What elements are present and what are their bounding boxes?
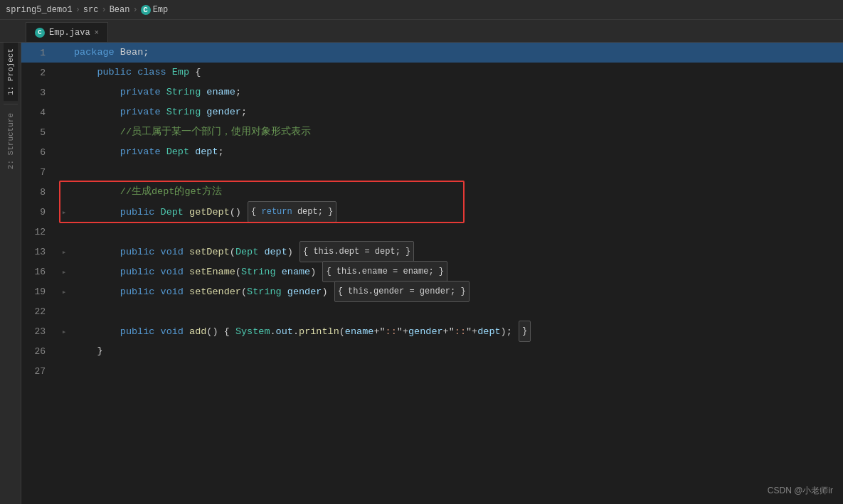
code-line: 2 public class Emp { — [21, 63, 843, 82]
code-content: private String ename; — [71, 82, 843, 102]
line-number: 22 — [21, 306, 57, 317]
code-content: private Dept dept; — [71, 142, 843, 162]
code-line: 6 private Dept dept; — [21, 142, 843, 162]
line-number: 12 — [21, 227, 57, 237]
fold-indicator[interactable]: ▸ — [57, 247, 71, 257]
breadcrumb-bean: Bean — [110, 5, 130, 15]
fold-indicator[interactable]: ▸ — [57, 327, 71, 336]
code-line: 16▸ public void setEname(String ename) {… — [21, 262, 843, 282]
code-line: 27 — [21, 361, 843, 381]
sep3: › — [132, 5, 137, 15]
code-content: //员工属于某一个部门，使用对象形式表示 — [71, 122, 843, 142]
code-content: package Bean; — [71, 43, 843, 63]
code-content: //生成dept的get方法 — [71, 182, 843, 202]
line-number: 27 — [21, 366, 57, 377]
line-number: 7 — [21, 167, 57, 178]
breadcrumb-project: spring5_demo1 — [6, 5, 73, 15]
breadcrumb-src: src — [83, 5, 99, 15]
watermark: CSDN @小老师ir — [768, 485, 833, 497]
left-sidebar: 1: Project 2: Structure — [0, 43, 21, 504]
code-content: public void setEname(String ename) { thi… — [71, 261, 843, 282]
line-number: 19 — [21, 286, 57, 297]
code-line: 22 — [21, 301, 843, 321]
code-area: 1package Bean;2 public class Emp {3 priv… — [21, 43, 843, 504]
code-line: 1package Bean; — [21, 43, 843, 63]
line-number: 1 — [21, 48, 57, 58]
code-line: 8 //生成dept的get方法 — [21, 182, 843, 202]
code-line: 12 — [21, 222, 843, 242]
code-content: public void setGender(String gender) { t… — [71, 281, 843, 302]
code-line: 26 } — [21, 341, 843, 361]
line-number: 2 — [21, 68, 57, 78]
code-line: 19▸ public void setGender(String gender)… — [21, 282, 843, 301]
code-content: public void setDept(Dept dept) { this.de… — [71, 241, 843, 262]
line-number: 8 — [21, 187, 57, 198]
tab-icon: C — [35, 28, 45, 38]
breadcrumb-file-icon: C — [141, 5, 151, 15]
line-number: 3 — [21, 87, 57, 98]
tab-empjava[interactable]: C Emp.java × — [26, 22, 108, 42]
sep2: › — [101, 5, 106, 15]
code-content: public void add() { System.out.println(e… — [71, 321, 843, 342]
code-line: 5 //员工属于某一个部门，使用对象形式表示 — [21, 122, 843, 142]
line-number: 5 — [21, 127, 57, 138]
code-content: } — [71, 341, 843, 361]
code-content: public Dept getDept() { return dept; } — [71, 201, 843, 222]
line-number: 4 — [21, 107, 57, 118]
line-number: 23 — [21, 326, 57, 337]
fold-indicator[interactable]: ▸ — [57, 267, 71, 277]
code-editor[interactable]: 1package Bean;2 public class Emp {3 priv… — [21, 43, 843, 504]
breadcrumb-file: Emp — [153, 5, 169, 15]
sidebar-tab-structure[interactable]: 2: Structure — [4, 107, 18, 175]
tab-label: Emp.java — [49, 28, 90, 38]
tab-bar: C Emp.java × — [0, 20, 843, 43]
line-number: 13 — [21, 247, 57, 257]
code-line: 4 private String gender; — [21, 102, 843, 122]
line-number: 26 — [21, 346, 57, 357]
line-number: 16 — [21, 267, 57, 277]
code-content: public class Emp { — [71, 63, 843, 82]
code-content: private String gender; — [71, 102, 843, 122]
sidebar-divider — [4, 104, 18, 104]
line-number: 9 — [21, 207, 57, 218]
sep1: › — [75, 5, 80, 15]
code-line: 9▸ public Dept getDept() { return dept; … — [21, 202, 843, 222]
breadcrumb: spring5_demo1 › src › Bean › C Emp — [0, 0, 843, 20]
tab-close-button[interactable]: × — [95, 28, 100, 37]
code-line: 3 private String ename; — [21, 82, 843, 102]
code-line: 7 — [21, 162, 843, 182]
fold-indicator[interactable]: ▸ — [57, 208, 71, 217]
code-line: 13▸ public void setDept(Dept dept) { thi… — [21, 242, 843, 262]
sidebar-tab-project[interactable]: 1: Project — [4, 43, 18, 101]
line-number: 6 — [21, 147, 57, 158]
fold-indicator[interactable]: ▸ — [57, 287, 71, 296]
code-line: 23▸ public void add() { System.out.print… — [21, 321, 843, 341]
